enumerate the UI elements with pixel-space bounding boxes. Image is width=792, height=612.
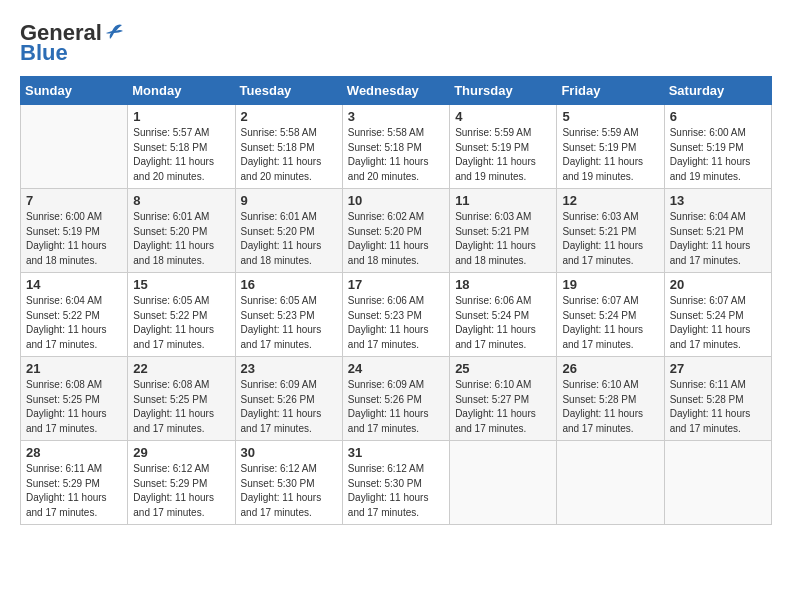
day-number: 4	[455, 109, 551, 124]
calendar-cell: 29Sunrise: 6:12 AM Sunset: 5:29 PM Dayli…	[128, 441, 235, 525]
column-header-wednesday: Wednesday	[342, 77, 449, 105]
calendar-row: 14Sunrise: 6:04 AM Sunset: 5:22 PM Dayli…	[21, 273, 772, 357]
day-info: Sunrise: 6:01 AM Sunset: 5:20 PM Dayligh…	[133, 210, 229, 268]
day-number: 24	[348, 361, 444, 376]
logo: General Blue	[20, 20, 124, 66]
day-number: 20	[670, 277, 766, 292]
day-info: Sunrise: 6:07 AM Sunset: 5:24 PM Dayligh…	[562, 294, 658, 352]
day-info: Sunrise: 6:03 AM Sunset: 5:21 PM Dayligh…	[455, 210, 551, 268]
calendar-cell: 7Sunrise: 6:00 AM Sunset: 5:19 PM Daylig…	[21, 189, 128, 273]
day-info: Sunrise: 6:04 AM Sunset: 5:22 PM Dayligh…	[26, 294, 122, 352]
column-header-saturday: Saturday	[664, 77, 771, 105]
day-info: Sunrise: 6:03 AM Sunset: 5:21 PM Dayligh…	[562, 210, 658, 268]
column-header-sunday: Sunday	[21, 77, 128, 105]
day-number: 1	[133, 109, 229, 124]
day-number: 10	[348, 193, 444, 208]
day-info: Sunrise: 6:12 AM Sunset: 5:30 PM Dayligh…	[241, 462, 337, 520]
day-info: Sunrise: 6:11 AM Sunset: 5:29 PM Dayligh…	[26, 462, 122, 520]
calendar-cell: 31Sunrise: 6:12 AM Sunset: 5:30 PM Dayli…	[342, 441, 449, 525]
day-number: 28	[26, 445, 122, 460]
calendar-cell: 9Sunrise: 6:01 AM Sunset: 5:20 PM Daylig…	[235, 189, 342, 273]
calendar-cell: 14Sunrise: 6:04 AM Sunset: 5:22 PM Dayli…	[21, 273, 128, 357]
calendar-cell: 25Sunrise: 6:10 AM Sunset: 5:27 PM Dayli…	[450, 357, 557, 441]
day-number: 26	[562, 361, 658, 376]
calendar-cell: 21Sunrise: 6:08 AM Sunset: 5:25 PM Dayli…	[21, 357, 128, 441]
calendar-cell	[664, 441, 771, 525]
calendar-cell: 2Sunrise: 5:58 AM Sunset: 5:18 PM Daylig…	[235, 105, 342, 189]
day-number: 15	[133, 277, 229, 292]
calendar-cell: 17Sunrise: 6:06 AM Sunset: 5:23 PM Dayli…	[342, 273, 449, 357]
day-number: 30	[241, 445, 337, 460]
day-info: Sunrise: 5:57 AM Sunset: 5:18 PM Dayligh…	[133, 126, 229, 184]
calendar-cell	[450, 441, 557, 525]
day-info: Sunrise: 6:06 AM Sunset: 5:23 PM Dayligh…	[348, 294, 444, 352]
logo-bird-icon	[104, 21, 124, 41]
day-info: Sunrise: 6:12 AM Sunset: 5:29 PM Dayligh…	[133, 462, 229, 520]
calendar-cell: 6Sunrise: 6:00 AM Sunset: 5:19 PM Daylig…	[664, 105, 771, 189]
calendar-cell: 30Sunrise: 6:12 AM Sunset: 5:30 PM Dayli…	[235, 441, 342, 525]
day-info: Sunrise: 6:04 AM Sunset: 5:21 PM Dayligh…	[670, 210, 766, 268]
day-number: 8	[133, 193, 229, 208]
day-info: Sunrise: 6:00 AM Sunset: 5:19 PM Dayligh…	[670, 126, 766, 184]
calendar-cell: 16Sunrise: 6:05 AM Sunset: 5:23 PM Dayli…	[235, 273, 342, 357]
day-number: 21	[26, 361, 122, 376]
calendar-cell: 20Sunrise: 6:07 AM Sunset: 5:24 PM Dayli…	[664, 273, 771, 357]
day-info: Sunrise: 6:05 AM Sunset: 5:23 PM Dayligh…	[241, 294, 337, 352]
calendar-cell: 24Sunrise: 6:09 AM Sunset: 5:26 PM Dayli…	[342, 357, 449, 441]
day-number: 31	[348, 445, 444, 460]
day-info: Sunrise: 6:06 AM Sunset: 5:24 PM Dayligh…	[455, 294, 551, 352]
calendar-cell	[557, 441, 664, 525]
column-header-thursday: Thursday	[450, 77, 557, 105]
calendar-cell: 27Sunrise: 6:11 AM Sunset: 5:28 PM Dayli…	[664, 357, 771, 441]
day-info: Sunrise: 6:09 AM Sunset: 5:26 PM Dayligh…	[348, 378, 444, 436]
calendar-cell: 8Sunrise: 6:01 AM Sunset: 5:20 PM Daylig…	[128, 189, 235, 273]
day-number: 17	[348, 277, 444, 292]
calendar-cell: 28Sunrise: 6:11 AM Sunset: 5:29 PM Dayli…	[21, 441, 128, 525]
calendar-cell: 12Sunrise: 6:03 AM Sunset: 5:21 PM Dayli…	[557, 189, 664, 273]
calendar-cell: 13Sunrise: 6:04 AM Sunset: 5:21 PM Dayli…	[664, 189, 771, 273]
day-info: Sunrise: 5:59 AM Sunset: 5:19 PM Dayligh…	[562, 126, 658, 184]
day-number: 22	[133, 361, 229, 376]
calendar-header-row: SundayMondayTuesdayWednesdayThursdayFrid…	[21, 77, 772, 105]
calendar-cell: 23Sunrise: 6:09 AM Sunset: 5:26 PM Dayli…	[235, 357, 342, 441]
day-info: Sunrise: 6:10 AM Sunset: 5:27 PM Dayligh…	[455, 378, 551, 436]
day-number: 7	[26, 193, 122, 208]
day-info: Sunrise: 5:58 AM Sunset: 5:18 PM Dayligh…	[348, 126, 444, 184]
day-number: 5	[562, 109, 658, 124]
day-number: 3	[348, 109, 444, 124]
day-info: Sunrise: 6:11 AM Sunset: 5:28 PM Dayligh…	[670, 378, 766, 436]
day-number: 27	[670, 361, 766, 376]
calendar-cell: 4Sunrise: 5:59 AM Sunset: 5:19 PM Daylig…	[450, 105, 557, 189]
calendar-cell: 5Sunrise: 5:59 AM Sunset: 5:19 PM Daylig…	[557, 105, 664, 189]
calendar-cell: 1Sunrise: 5:57 AM Sunset: 5:18 PM Daylig…	[128, 105, 235, 189]
day-info: Sunrise: 5:59 AM Sunset: 5:19 PM Dayligh…	[455, 126, 551, 184]
calendar-row: 7Sunrise: 6:00 AM Sunset: 5:19 PM Daylig…	[21, 189, 772, 273]
calendar-table: SundayMondayTuesdayWednesdayThursdayFrid…	[20, 76, 772, 525]
day-info: Sunrise: 6:07 AM Sunset: 5:24 PM Dayligh…	[670, 294, 766, 352]
day-info: Sunrise: 6:02 AM Sunset: 5:20 PM Dayligh…	[348, 210, 444, 268]
day-number: 9	[241, 193, 337, 208]
day-info: Sunrise: 6:12 AM Sunset: 5:30 PM Dayligh…	[348, 462, 444, 520]
calendar-cell: 3Sunrise: 5:58 AM Sunset: 5:18 PM Daylig…	[342, 105, 449, 189]
page-header: General Blue	[20, 20, 772, 66]
day-info: Sunrise: 5:58 AM Sunset: 5:18 PM Dayligh…	[241, 126, 337, 184]
calendar-cell	[21, 105, 128, 189]
day-info: Sunrise: 6:08 AM Sunset: 5:25 PM Dayligh…	[133, 378, 229, 436]
day-number: 12	[562, 193, 658, 208]
calendar-cell: 10Sunrise: 6:02 AM Sunset: 5:20 PM Dayli…	[342, 189, 449, 273]
day-number: 2	[241, 109, 337, 124]
day-info: Sunrise: 6:10 AM Sunset: 5:28 PM Dayligh…	[562, 378, 658, 436]
day-number: 14	[26, 277, 122, 292]
day-number: 18	[455, 277, 551, 292]
logo-blue: Blue	[20, 40, 68, 66]
calendar-row: 21Sunrise: 6:08 AM Sunset: 5:25 PM Dayli…	[21, 357, 772, 441]
calendar-cell: 26Sunrise: 6:10 AM Sunset: 5:28 PM Dayli…	[557, 357, 664, 441]
day-number: 23	[241, 361, 337, 376]
calendar-cell: 18Sunrise: 6:06 AM Sunset: 5:24 PM Dayli…	[450, 273, 557, 357]
calendar-row: 1Sunrise: 5:57 AM Sunset: 5:18 PM Daylig…	[21, 105, 772, 189]
day-number: 25	[455, 361, 551, 376]
day-number: 16	[241, 277, 337, 292]
day-number: 6	[670, 109, 766, 124]
column-header-friday: Friday	[557, 77, 664, 105]
calendar-cell: 15Sunrise: 6:05 AM Sunset: 5:22 PM Dayli…	[128, 273, 235, 357]
